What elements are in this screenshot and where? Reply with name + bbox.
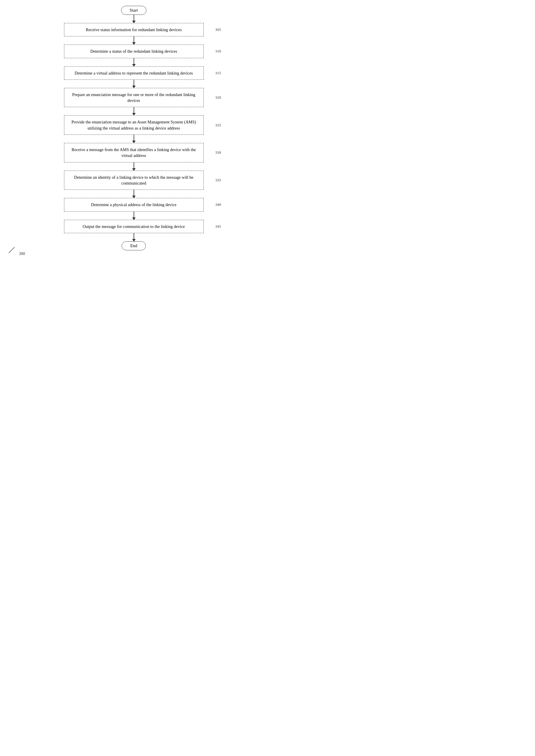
arrow-9: [134, 211, 134, 220]
start-label: Start: [121, 6, 146, 15]
start-node: Start: [121, 6, 146, 15]
svg-line-0: [9, 247, 14, 253]
node-320: Prepare an enunciation message for one o…: [64, 88, 204, 107]
end-label: End: [122, 241, 146, 250]
node-345-label: 345: [215, 224, 221, 229]
arrow-5: [134, 107, 134, 115]
node-345-wrapper: Output the message for communication to …: [46, 220, 221, 233]
node-325-wrapper: Provide the enunciation message to an As…: [46, 115, 221, 135]
node-310-wrapper: Determine a status of the redundant link…: [46, 44, 221, 58]
arrow-7: [134, 162, 134, 171]
arrow-3: [134, 58, 134, 66]
node-335-wrapper: Determine an identity of a linking devic…: [46, 171, 221, 190]
node-345: Output the message for communication to …: [64, 220, 204, 233]
node-325: Provide the enunciation message to an As…: [64, 115, 204, 135]
node-325-label: 325: [215, 123, 221, 127]
node-335: Determine an identity of a linking devic…: [64, 171, 204, 190]
arrow-1: [134, 15, 134, 23]
arrow-4: [134, 80, 134, 88]
node-320-label: 320: [215, 95, 221, 100]
node-315-label: 315: [215, 71, 221, 75]
node-310: Determine a status of the redundant link…: [64, 44, 204, 58]
node-330-wrapper: Receive a message from the AMS that iden…: [46, 143, 221, 162]
arrow-2: [134, 36, 134, 44]
end-node: End: [122, 241, 146, 250]
arrow-10: [134, 233, 134, 241]
node-330: Receive a message from the AMS that iden…: [64, 143, 204, 162]
node-340-label: 340: [215, 202, 221, 207]
node-305-wrapper: Receive status information for redundant…: [46, 23, 221, 36]
arrow-8: [134, 190, 134, 198]
node-320-wrapper: Prepare an enunciation message for one o…: [46, 88, 221, 107]
node-340-wrapper: Determine a physical address of the link…: [46, 198, 221, 211]
node-315-wrapper: Determine a virtual address to represent…: [46, 66, 221, 80]
node-335-label: 335: [215, 178, 221, 182]
node-315: Determine a virtual address to represent…: [64, 66, 204, 80]
arrow-6: [134, 135, 134, 143]
flowchart-diagram: Start Receive status information for red…: [0, 0, 268, 262]
node-330-label: 330: [215, 150, 221, 155]
node-340: Determine a physical address of the link…: [64, 198, 204, 211]
node-305: Receive status information for redundant…: [64, 23, 204, 36]
diagram-number: 300: [9, 252, 25, 256]
node-310-label: 310: [215, 49, 221, 54]
node-305-label: 305: [215, 27, 221, 32]
